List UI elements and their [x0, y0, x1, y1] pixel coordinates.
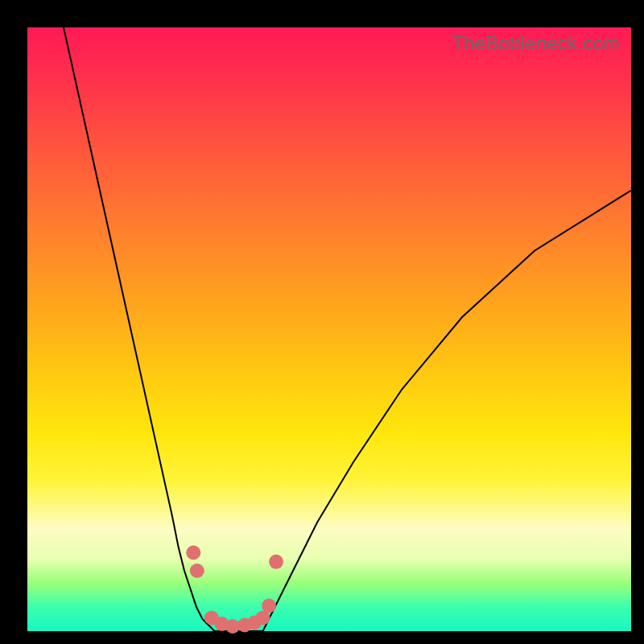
chart-frame: TheBottleneck.com	[0, 0, 644, 644]
marker-dot	[269, 555, 283, 569]
plot-area: TheBottleneck.com	[27, 27, 631, 631]
marker-group	[186, 546, 283, 634]
curve-left	[64, 27, 215, 631]
curve-layer	[27, 27, 631, 631]
marker-dot	[262, 599, 276, 613]
marker-dot	[186, 546, 200, 560]
curve-right	[263, 191, 632, 632]
marker-dot	[190, 564, 204, 578]
